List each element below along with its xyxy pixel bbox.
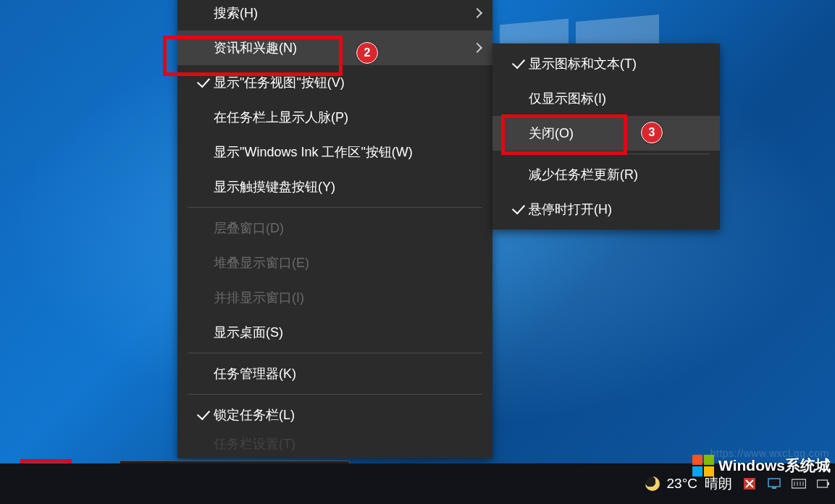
menu-show-taskview[interactable]: 显示"任务视图"按钮(V) (177, 65, 492, 100)
menu-stack: 堆叠显示窗口(E) (177, 245, 492, 280)
svg-rect-9 (828, 482, 829, 485)
svg-rect-3 (792, 479, 806, 488)
separator (188, 207, 482, 208)
menu-show-touch-keyboard[interactable]: 显示触摸键盘按钮(Y) (177, 169, 492, 204)
menu-label: 并排显示窗口(I) (214, 289, 463, 306)
taskbar-context-menu: 搜索(H) 资讯和兴趣(N) 显示"任务视图"按钮(V) 在任务栏上显示人脉(P… (177, 0, 492, 458)
menu-label: 任务栏设置(T) (214, 435, 463, 453)
brand-text: Windows系统城 (718, 455, 831, 476)
menu-label: 显示触摸键盘按钮(Y) (214, 178, 463, 196)
check-icon (197, 75, 210, 88)
menu-label: 锁定任务栏(L) (214, 406, 463, 424)
annotation-badge-2: 2 (356, 42, 378, 64)
svg-rect-8 (818, 480, 828, 487)
brand-watermark: Windows系统城 (692, 451, 831, 480)
submenu-turn-off[interactable]: 关闭(O) (492, 116, 720, 151)
menu-label: 关闭(O) (529, 125, 708, 142)
menu-show-people[interactable]: 在任务栏上显示人脉(P) (177, 100, 492, 135)
menu-label: 显示"任务视图"按钮(V) (214, 74, 463, 91)
news-interests-submenu: 显示图标和文本(T) 仅显示图标(I) 关闭(O) 减少任务栏更新(R) 悬停时… (492, 43, 720, 230)
submenu-reduce-updates[interactable]: 减少任务栏更新(R) (492, 157, 720, 192)
menu-label: 资讯和兴趣(N) (214, 39, 463, 56)
menu-cascade: 层叠窗口(D) (177, 211, 492, 245)
menu-lock-taskbar[interactable]: 锁定任务栏(L) (177, 398, 492, 432)
menu-task-manager[interactable]: 任务管理器(K) (177, 356, 492, 391)
menu-label: 堆叠显示窗口(E) (214, 254, 463, 272)
menu-show-desktop[interactable]: 显示桌面(S) (177, 315, 492, 350)
menu-label: 任务管理器(K) (214, 365, 463, 382)
moon-icon (645, 476, 660, 491)
menu-label: 层叠窗口(D) (214, 219, 463, 237)
check-icon (512, 201, 525, 215)
svg-rect-2 (772, 487, 776, 489)
menu-search[interactable]: 搜索(H) (177, 0, 492, 30)
annotation-badge-3: 3 (641, 122, 663, 143)
check-icon (512, 56, 525, 70)
menu-label: 在任务栏上显示人脉(P) (214, 109, 463, 126)
menu-news-and-interests[interactable]: 资讯和兴趣(N) (177, 30, 492, 65)
menu-label: 悬停时打开(H) (529, 201, 708, 218)
separator (188, 394, 482, 395)
menu-label: 搜索(H) (214, 4, 463, 22)
menu-side-by-side: 并排显示窗口(I) (177, 280, 492, 315)
menu-label: 仅显示图标(I) (529, 90, 708, 107)
menu-label: 显示桌面(S) (214, 324, 463, 341)
submenu-open-on-hover[interactable]: 悬停时打开(H) (492, 192, 720, 227)
menu-label: 减少任务栏更新(R) (529, 166, 708, 183)
windows-flag-icon (692, 455, 714, 476)
menu-show-ink[interactable]: 显示"Windows Ink 工作区"按钮(W) (177, 135, 492, 169)
submenu-show-icon-only[interactable]: 仅显示图标(I) (492, 81, 720, 116)
desktop: https://www.wxcLgg.com 搜索(H) 资讯和兴趣(N) 显示… (0, 0, 835, 504)
separator (188, 353, 482, 353)
menu-label: 显示图标和文本(T) (529, 55, 708, 72)
menu-label: 显示"Windows Ink 工作区"按钮(W) (214, 143, 463, 161)
submenu-show-icon-text[interactable]: 显示图标和文本(T) (492, 46, 720, 81)
taskbar[interactable]: 23°C 晴朗 Windows系统城 (0, 463, 835, 504)
menu-taskbar-settings[interactable]: 任务栏设置(T) (177, 432, 492, 455)
check-icon (197, 407, 210, 421)
chevron-right-icon (472, 8, 482, 18)
separator (503, 154, 710, 154)
chevron-right-icon (472, 43, 482, 53)
